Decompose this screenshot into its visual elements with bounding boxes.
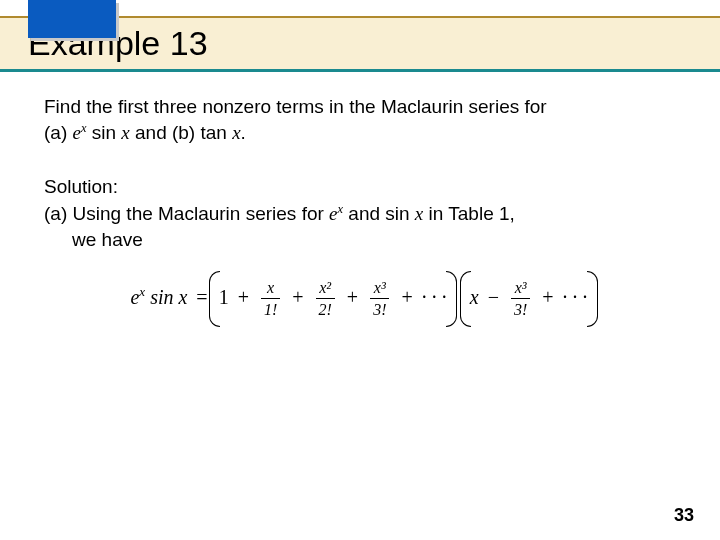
sol-a-mid: and sin [343,204,415,225]
eq-factor-1: 1 + x1! + x²2! + x³3! + · · · [217,277,449,321]
eq-equals: = [196,286,207,308]
slide-header: Example 13 [0,0,720,72]
problem-line2-end: . [241,122,246,143]
sol-a-prefix: (a) Using the Maclaurin series for [44,204,329,225]
solution-label: Solution: [44,174,676,200]
slide-title: Example 13 [28,24,720,63]
solution-body-a: (a) Using the Maclaurin series for ex an… [44,201,676,253]
eq-lhs: ex sin x [130,286,192,308]
problem-statement: Find the first three nonzero terms in th… [44,94,676,146]
problem-line2-mid: sin [86,122,121,143]
slide-content: Find the first three nonzero terms in th… [0,72,720,321]
sol-a-suffix: in Table 1, [423,204,515,225]
problem-line2-and: and (b) tan [130,122,232,143]
accent-box [28,0,116,38]
problem-line1: Find the first three nonzero terms in th… [44,96,547,117]
teal-rule [0,69,720,72]
equation: ex sin x = 1 + x1! + x²2! + x³3! + · · ·… [44,277,676,321]
eq-factor-2: x − x³3! + · · · [468,277,590,321]
problem-line2-prefix: (a) [44,122,73,143]
sol-a-line2: we have [44,227,676,253]
page-number: 33 [674,505,694,526]
